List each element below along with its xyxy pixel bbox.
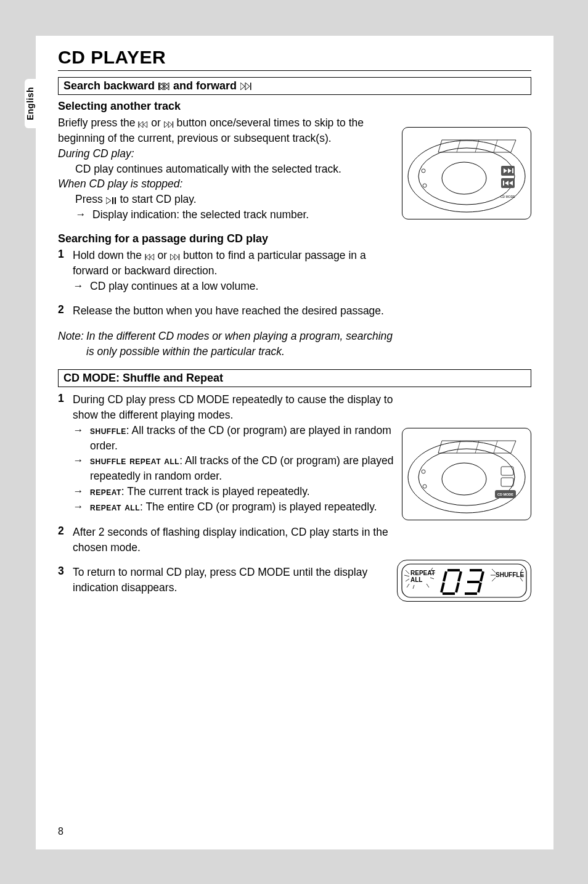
svg-line-63 [427, 584, 429, 587]
skip-back-icon [158, 83, 169, 90]
svg-point-50 [422, 470, 425, 473]
cd-player-illustration-icon: CD MODE [405, 130, 528, 216]
during-cd-play-label: During CD play: [58, 146, 403, 162]
cd-player-illustration-icon: CD MODE [405, 431, 528, 517]
svg-text:REPEAT: REPEAT [410, 570, 435, 576]
svg-rect-47 [501, 478, 513, 486]
mode-step-2-text: After 2 seconds of flashing display indi… [73, 525, 403, 555]
during-cd-play-text: CD play continues automatically with the… [58, 162, 403, 177]
mode-step-2-row: 2 After 2 seconds of flashing display in… [58, 525, 403, 555]
svg-point-40 [408, 441, 525, 513]
svg-rect-19 [503, 181, 504, 186]
lcd-display-icon: REPEAT ALL SHUF [399, 562, 529, 600]
heading-text-mid: and forward [173, 80, 237, 92]
svg-line-58 [430, 578, 434, 579]
title-rule [58, 70, 531, 71]
when-stopped-text: Press to start CD play. [58, 192, 403, 207]
svg-point-23 [423, 184, 427, 187]
mode-label: shuffle repeat all [90, 454, 179, 467]
svg-line-66 [459, 571, 461, 581]
svg-marker-27 [144, 121, 147, 128]
svg-marker-29 [168, 121, 172, 128]
svg-text:CD MODE: CD MODE [500, 195, 515, 198]
svg-marker-36 [150, 254, 154, 260]
note-text: Note: In the different CD modes or when … [58, 329, 403, 359]
step-2-row: 2 Release the button when you have reach… [58, 303, 403, 319]
svg-line-54 [404, 575, 409, 576]
mode-bullet-shuffle: → shuffle: All tracks of the CD (or prog… [58, 423, 403, 454]
svg-marker-4 [165, 83, 169, 90]
mode-step-1-row: 1 During CD play press CD MODE repeatedl… [58, 392, 403, 423]
svg-marker-37 [171, 254, 174, 260]
svg-marker-28 [164, 121, 168, 128]
svg-rect-7 [250, 83, 251, 90]
svg-text:ALL: ALL [410, 576, 422, 583]
display-indication-row: → Display indication: the selected track… [58, 207, 403, 223]
subheading-searching-passage: Searching for a passage during CD play [58, 232, 403, 245]
svg-point-22 [422, 169, 425, 173]
step-number: 1 [58, 392, 67, 405]
figure-lcd-display: REPEAT ALL SHUF [397, 560, 531, 602]
svg-point-10 [442, 162, 486, 194]
step-2-text: Release the button when you have reached… [73, 303, 403, 319]
mode-bullet-repeat: → repeat: The current track is played re… [58, 484, 403, 499]
mode-step-1-text: During CD play press CD MODE repeatedly … [73, 392, 403, 423]
mode-bullet-shuffle-repeat-all: → shuffle repeat all: All tracks of the … [58, 453, 403, 484]
svg-text:SHUFFLE: SHUFFLE [496, 571, 524, 578]
svg-rect-39 [179, 254, 179, 260]
svg-point-42 [442, 463, 486, 495]
step-number: 3 [58, 565, 67, 578]
step-1-row: 1 Hold down the or button to find a part… [58, 248, 403, 279]
mode-label: repeat all [90, 501, 140, 513]
svg-line-73 [478, 583, 481, 592]
skip-back-icon [145, 254, 155, 260]
mode-step-3-row: 3 To return to normal CD play, press CD … [58, 565, 403, 595]
page-number: 8 [58, 826, 63, 837]
svg-marker-2 [165, 83, 169, 90]
subheading-selecting-track: Selecting another track [58, 100, 403, 113]
step-number: 2 [58, 303, 67, 316]
svg-line-53 [406, 570, 409, 574]
figure-cd-player-skip: CD MODE [402, 127, 531, 219]
svg-marker-26 [139, 121, 143, 128]
mode-desc: : The current track is played repeatedly… [121, 485, 310, 497]
arrow-icon: → [73, 453, 84, 468]
svg-rect-33 [115, 197, 116, 204]
step-1-result-text: CD play continues at a low volume. [90, 279, 403, 294]
mode-bullet-repeat-all: → repeat all: The entire CD (or program)… [58, 499, 403, 515]
svg-line-67 [441, 583, 444, 592]
svg-marker-5 [240, 83, 245, 90]
svg-marker-6 [245, 83, 250, 90]
language-label: English [25, 87, 35, 120]
arrow-icon: → [73, 484, 84, 499]
svg-text:CD MODE: CD MODE [497, 493, 513, 496]
mode-label: shuffle [90, 424, 126, 436]
svg-line-45 [494, 441, 497, 453]
svg-line-55 [406, 579, 409, 581]
svg-line-11 [457, 140, 460, 152]
arrow-icon: → [73, 423, 84, 438]
arrow-icon: → [73, 499, 84, 514]
section-heading-search: Search backward and forward [58, 77, 531, 95]
step-number: 2 [58, 525, 67, 538]
display-indication-text: Display indication: the selected track n… [92, 207, 403, 223]
svg-line-71 [481, 571, 483, 581]
skip-forward-icon [164, 121, 174, 128]
skip-back-icon [138, 121, 148, 128]
mode-desc: : All tracks of the CD (or program) are … [90, 424, 391, 452]
when-stopped-label: When CD play is stopped: [58, 176, 403, 192]
heading-text-pre: Search backward [63, 80, 155, 92]
step-1-text: Hold down the or button to find a partic… [73, 248, 403, 279]
selecting-track-paragraph: Briefly press the or button once/several… [58, 115, 403, 146]
skip-forward-icon [170, 254, 180, 260]
svg-line-44 [475, 441, 479, 453]
figure-cd-player-mode: CD MODE [402, 428, 531, 520]
skip-forward-icon [240, 83, 251, 90]
arrow-icon: → [73, 279, 84, 293]
page-content: CD PLAYER Search backward and forward [36, 36, 553, 849]
step-number: 1 [58, 248, 67, 261]
svg-point-8 [408, 141, 525, 212]
svg-point-51 [423, 485, 427, 488]
svg-line-13 [494, 140, 497, 152]
svg-marker-31 [106, 197, 111, 204]
